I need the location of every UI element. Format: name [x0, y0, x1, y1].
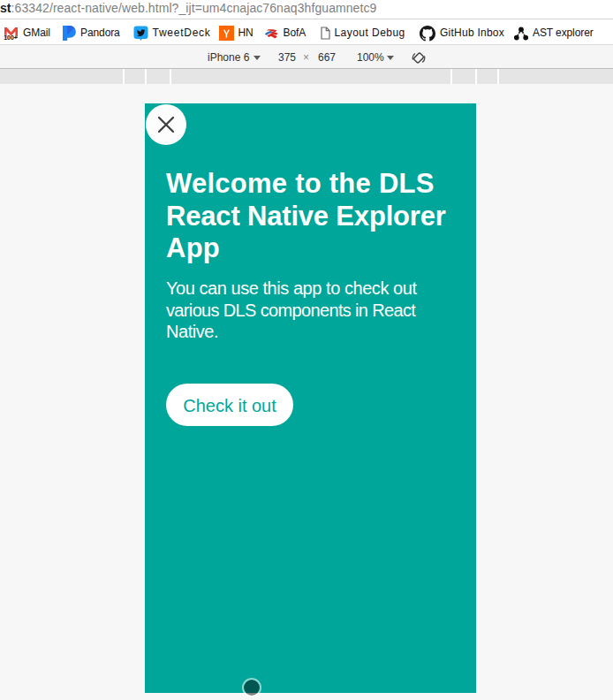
svg-text:100+: 100+	[4, 34, 18, 41]
